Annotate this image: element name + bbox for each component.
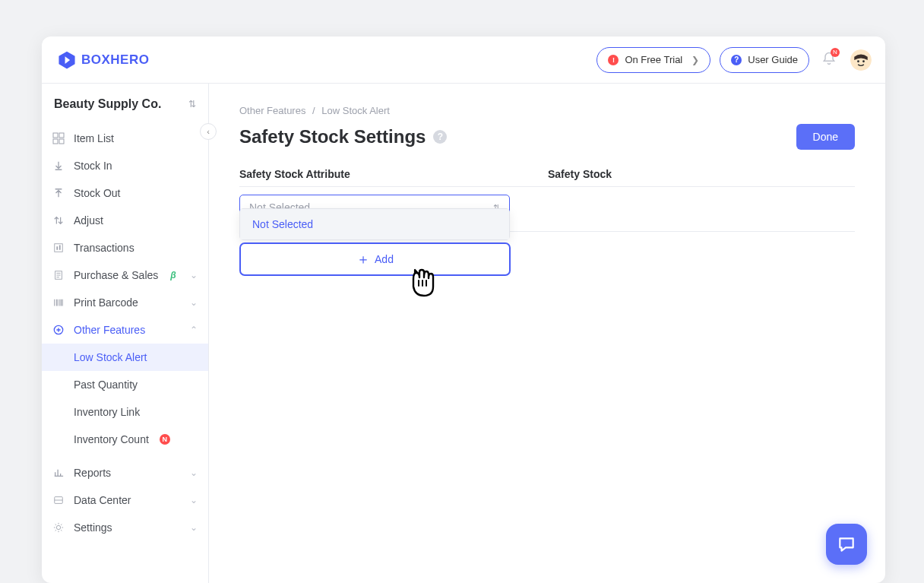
done-button[interactable]: Done bbox=[796, 124, 855, 150]
plus-circle-icon bbox=[52, 324, 65, 336]
svg-rect-8 bbox=[59, 139, 64, 144]
new-badge: N bbox=[160, 434, 170, 445]
nav-label: Reports bbox=[74, 467, 111, 479]
sidebar-item-reports[interactable]: Reports ⌄ bbox=[42, 459, 208, 486]
page-title: Safety Stock Settings ? bbox=[239, 126, 447, 147]
brand-logo[interactable]: BOXHERO bbox=[57, 50, 149, 70]
receipt-icon bbox=[52, 269, 65, 281]
breadcrumb-link-other-features[interactable]: Other Features bbox=[239, 105, 305, 116]
sidebar-item-other-features[interactable]: Other Features ⌃ bbox=[42, 316, 208, 344]
column-headers: Safety Stock Attribute Safety Stock bbox=[239, 168, 855, 187]
nav-label: Low Stock Alert bbox=[74, 351, 147, 363]
dropdown-option-not-selected[interactable]: Not Selected bbox=[240, 209, 509, 239]
notification-badge: N bbox=[831, 48, 840, 57]
user-guide-label: User Guide bbox=[748, 54, 798, 65]
svg-point-13 bbox=[56, 525, 60, 529]
app-window: BOXHERO ! On Free Trial ❯ ? User Guide N bbox=[42, 36, 885, 583]
sidebar-subitem-low-stock-alert[interactable]: Low Stock Alert bbox=[42, 344, 208, 371]
beta-badge: β bbox=[170, 270, 176, 280]
sidebar-item-settings[interactable]: Settings ⌄ bbox=[42, 514, 208, 541]
svg-point-2 bbox=[850, 49, 872, 71]
sidebar-item-adjust[interactable]: Adjust bbox=[42, 207, 208, 234]
logo-hex-icon bbox=[57, 50, 77, 70]
nav-label: Data Center bbox=[74, 494, 131, 506]
chevron-down-icon: ⌄ bbox=[190, 495, 198, 505]
adjust-icon bbox=[52, 214, 65, 227]
chevron-right-icon: ❯ bbox=[691, 55, 699, 65]
sidebar-collapse-toggle[interactable]: ‹ bbox=[200, 123, 217, 140]
sidebar-item-transactions[interactable]: Transactions bbox=[42, 234, 208, 261]
svg-rect-7 bbox=[53, 139, 58, 144]
nav-label: Adjust bbox=[74, 214, 103, 227]
sidebar-item-data-center[interactable]: Data Center ⌄ bbox=[42, 486, 208, 514]
gear-icon bbox=[52, 521, 65, 534]
chart-icon bbox=[52, 467, 65, 479]
sidebar-item-purchase-sales[interactable]: Purchase & Sales β ⌄ bbox=[42, 261, 208, 289]
sidebar-item-print-barcode[interactable]: Print Barcode ⌄ bbox=[42, 289, 208, 316]
sidebar-subitem-past-quantity[interactable]: Past Quantity bbox=[42, 371, 208, 398]
nav-label: Settings bbox=[74, 521, 112, 534]
chevron-up-icon: ⌃ bbox=[190, 325, 198, 335]
add-label: Add bbox=[375, 253, 394, 265]
notifications-button[interactable]: N bbox=[821, 51, 837, 69]
nav-label: Transactions bbox=[74, 242, 134, 254]
sidebar: ‹ Beauty Supply Co. ⇅ Item List Stock In bbox=[42, 84, 209, 583]
free-trial-button[interactable]: ! On Free Trial ❯ bbox=[596, 47, 710, 73]
svg-rect-6 bbox=[59, 133, 64, 138]
sidebar-item-stock-out[interactable]: Stock Out bbox=[42, 179, 208, 207]
help-icon[interactable]: ? bbox=[433, 130, 447, 144]
chevron-down-icon: ⌄ bbox=[190, 297, 198, 308]
nav-label: Purchase & Sales bbox=[74, 269, 158, 281]
grid-icon bbox=[52, 132, 65, 144]
sidebar-subitem-inventory-link[interactable]: Inventory Link bbox=[42, 398, 208, 426]
nav-label: Print Barcode bbox=[74, 296, 138, 309]
svg-point-3 bbox=[857, 60, 859, 62]
add-button[interactable]: ＋ Add bbox=[239, 242, 511, 276]
attribute-dropdown: Not Selected bbox=[239, 208, 510, 240]
sidebar-subitem-inventory-count[interactable]: Inventory Count N bbox=[42, 426, 208, 453]
barcode-icon bbox=[52, 296, 65, 309]
company-name: Beauty Supply Co. bbox=[54, 97, 161, 111]
breadcrumb-link-low-stock-alert[interactable]: Low Stock Alert bbox=[321, 105, 390, 116]
sidebar-item-stock-in[interactable]: Stock In bbox=[42, 152, 208, 179]
arrow-down-icon bbox=[52, 160, 65, 172]
updown-icon: ⇅ bbox=[188, 99, 196, 109]
chevron-left-icon: ‹ bbox=[207, 127, 210, 136]
nav-label: Other Features bbox=[74, 324, 145, 336]
nav-label: Item List bbox=[74, 132, 114, 144]
nav-label: Past Quantity bbox=[74, 379, 138, 391]
column-safety-stock: Safety Stock bbox=[548, 168, 855, 180]
alert-dot-icon: ! bbox=[608, 55, 619, 65]
brand-name: BOXHERO bbox=[81, 52, 149, 68]
nav-label: Stock In bbox=[74, 160, 112, 172]
chevron-down-icon: ⌄ bbox=[190, 467, 198, 478]
database-icon bbox=[52, 494, 65, 506]
header-bar: BOXHERO ! On Free Trial ❯ ? User Guide N bbox=[42, 36, 885, 84]
company-selector[interactable]: Beauty Supply Co. ⇅ bbox=[42, 97, 208, 125]
nav-label: Inventory Count bbox=[74, 433, 149, 445]
help-dot-icon: ? bbox=[731, 55, 742, 65]
main-content: Other Features / Low Stock Alert Safety … bbox=[209, 84, 885, 583]
avatar[interactable] bbox=[850, 49, 872, 71]
breadcrumb: Other Features / Low Stock Alert bbox=[239, 105, 855, 116]
user-guide-button[interactable]: ? User Guide bbox=[720, 47, 809, 73]
svg-rect-9 bbox=[55, 244, 63, 252]
sidebar-item-item-list[interactable]: Item List bbox=[42, 125, 208, 152]
plus-icon: ＋ bbox=[356, 250, 370, 268]
help-fab-button[interactable] bbox=[826, 524, 867, 565]
free-trial-label: On Free Trial bbox=[625, 54, 682, 65]
column-safety-stock-attribute: Safety Stock Attribute bbox=[239, 168, 548, 180]
chevron-down-icon: ⌄ bbox=[190, 270, 198, 280]
arrow-up-icon bbox=[52, 187, 65, 199]
breadcrumb-separator: / bbox=[312, 105, 315, 116]
svg-rect-5 bbox=[53, 133, 58, 138]
nav-label: Inventory Link bbox=[74, 406, 140, 418]
chevron-down-icon: ⌄ bbox=[190, 522, 198, 533]
nav-label: Stock Out bbox=[74, 187, 120, 199]
svg-point-4 bbox=[862, 60, 865, 62]
transactions-icon bbox=[52, 242, 65, 254]
chat-icon bbox=[837, 534, 856, 554]
